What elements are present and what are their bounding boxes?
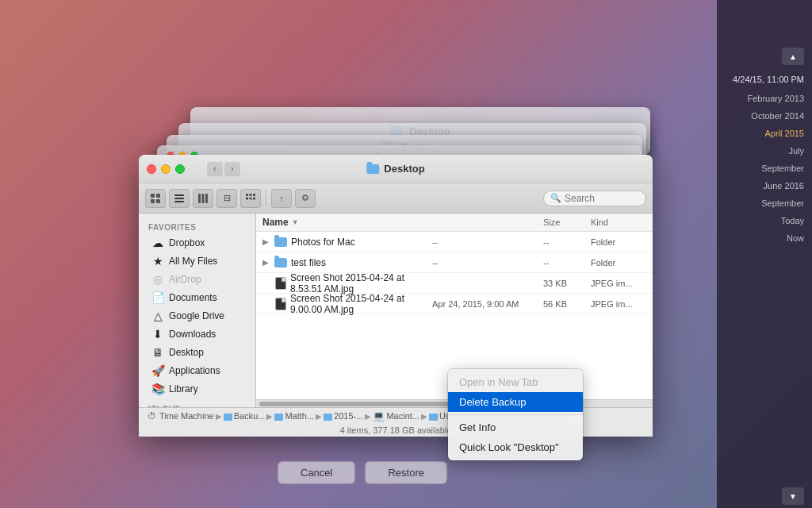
cover-flow-btn[interactable]: ⊟: [216, 189, 237, 208]
sidebar-item-google-drive-label: Google Drive: [169, 310, 224, 321]
search-input[interactable]: [565, 193, 639, 204]
breadcrumb-item-matth[interactable]: Matth...: [274, 411, 314, 421]
back-button[interactable]: ‹: [207, 162, 223, 176]
folder-icon-bc4: [429, 414, 438, 421]
cancel-button[interactable]: Cancel: [278, 461, 355, 484]
sidebar-item-library[interactable]: 📚 Library: [142, 380, 252, 398]
timeline-item[interactable]: Today: [747, 214, 804, 227]
grid-view-btn[interactable]: [240, 189, 261, 208]
sidebar-item-applications-label: Applications: [169, 365, 220, 376]
maximize-button[interactable]: [175, 164, 185, 174]
sidebar-item-dropbox-label: Dropbox: [169, 237, 205, 248]
test-size: --: [543, 258, 591, 267]
timeline-down-btn[interactable]: ▼: [782, 487, 804, 505]
svg-rect-15: [253, 197, 255, 199]
breadcrumb-item-macint[interactable]: 💻 Macint...: [373, 410, 419, 421]
table-row[interactable]: ▶ Photos for Mac -- -- Folder: [256, 232, 653, 252]
table-row[interactable]: Screen Shot 2015-04-24 at 9.00.00 AM.jpg…: [256, 294, 653, 314]
col-kind-header: Kind: [591, 217, 646, 227]
sidebar-item-desktop[interactable]: 🖥 Desktop: [142, 344, 252, 361]
timeline-item[interactable]: June 2016: [747, 179, 804, 192]
svg-rect-11: [250, 194, 252, 196]
tm-icon: ⏱: [145, 410, 158, 422]
sidebar-item-google-drive[interactable]: △ Google Drive: [142, 307, 252, 325]
menu-item-open-new-tab-label: Open in New Tab: [459, 376, 538, 388]
sidebar-item-downloads[interactable]: ⬇ Downloads: [142, 325, 252, 343]
disclosure-icon-1: ▶: [262, 237, 269, 246]
table-row[interactable]: ▶ test files -- -- Folder: [256, 252, 653, 273]
icloud-label: iCloud: [139, 398, 255, 407]
icon-view-btn[interactable]: [145, 189, 166, 208]
ss1-kind: JPEG im...: [591, 279, 646, 288]
svg-rect-3: [156, 199, 160, 203]
col-name-header[interactable]: Name ▼: [262, 217, 432, 228]
sidebar-item-dropbox[interactable]: ☁ Dropbox: [142, 234, 252, 252]
menu-item-delete-backup[interactable]: Delete Backup: [448, 392, 583, 412]
minimize-button[interactable]: [161, 164, 170, 174]
photos-kind: Folder: [591, 237, 646, 247]
timeline-item[interactable]: October 2014: [747, 110, 804, 122]
menu-item-get-info[interactable]: Get Info: [448, 418, 583, 437]
close-button[interactable]: [147, 164, 156, 174]
svg-rect-1: [156, 194, 160, 198]
sidebar-item-desktop-label: Desktop: [169, 347, 204, 358]
search-box[interactable]: 🔍: [543, 190, 646, 206]
timeline-item[interactable]: July: [747, 144, 804, 157]
svg-rect-6: [174, 201, 184, 202]
list-view-btn[interactable]: [169, 189, 190, 208]
folder-icon-bc3: [324, 414, 332, 421]
toolbar-sep-1: [266, 190, 266, 206]
breadcrumb-arrow-3: ▶: [316, 412, 322, 421]
menu-item-open-new-tab[interactable]: Open in New Tab: [448, 372, 583, 392]
test-folder-icon: [274, 258, 287, 267]
sidebar-item-all-my-files-label: All My Files: [169, 256, 217, 267]
breadcrumb-arrow-4: ▶: [365, 412, 371, 421]
svg-rect-5: [174, 198, 184, 199]
timeline-up-btn[interactable]: ▲: [782, 48, 804, 65]
breadcrumb-item-2015[interactable]: 2015-...: [324, 411, 363, 421]
menu-item-quick-look[interactable]: Quick Look "Desktop": [448, 437, 583, 457]
folder-icon-bc2: [274, 414, 283, 421]
bottom-buttons: Cancel Restore: [278, 461, 447, 484]
sidebar-item-airdrop[interactable]: ◎ AirDrop: [142, 271, 252, 288]
breadcrumb-item-tm[interactable]: ⏱ Time Machine: [145, 410, 214, 422]
test-date: --: [432, 258, 543, 267]
photos-size: --: [543, 237, 591, 247]
sidebar-item-applications[interactable]: 🚀 Applications: [142, 362, 252, 379]
timeline-item[interactable]: September: [747, 197, 804, 210]
breadcrumb-arrow-5: ▶: [421, 412, 427, 421]
file-name-ss2: Screen Shot 2015-04-24 at 9.00.00 AM.jpg: [290, 293, 432, 315]
svg-rect-12: [253, 194, 255, 196]
breadcrumb-item-backu[interactable]: Backu...: [224, 411, 266, 421]
svg-rect-4: [174, 194, 184, 196]
finder-window: ‹ › Desktop ⊟ ↑ ⚙ 🔍 F: [139, 155, 653, 437]
column-view-btn[interactable]: [193, 189, 213, 208]
toolbar: ⊟ ↑ ⚙ 🔍: [139, 183, 653, 214]
sidebar-item-documents[interactable]: 📄 Documents: [142, 289, 252, 306]
menu-item-quick-look-label: Quick Look "Desktop": [459, 441, 559, 453]
menu-item-delete-backup-label: Delete Backup: [459, 396, 527, 408]
timeline-item[interactable]: Now: [747, 232, 804, 244]
timeline-item[interactable]: February 2013: [747, 92, 804, 105]
applications-icon: 🚀: [151, 364, 164, 377]
forward-button[interactable]: ›: [224, 162, 240, 176]
svg-rect-2: [151, 199, 155, 203]
timeline-item[interactable]: September: [747, 162, 804, 175]
svg-rect-0: [151, 194, 155, 198]
timeline-item[interactable]: April 2015: [747, 127, 804, 140]
share-btn[interactable]: ↑: [271, 189, 292, 208]
table-row[interactable]: Screen Shot 2015-04-24 at 8.53.51 AM.jpg…: [256, 273, 653, 294]
restore-button[interactable]: Restore: [365, 461, 447, 484]
file-name-ss1: Screen Shot 2015-04-24 at 8.53.51 AM.jpg: [290, 272, 432, 294]
jpeg-icon-2: [275, 298, 286, 310]
library-icon: 📚: [151, 383, 164, 395]
desktop-icon: 🖥: [151, 346, 164, 359]
gear-btn[interactable]: ⚙: [295, 189, 316, 208]
downloads-icon: ⬇: [151, 328, 164, 341]
breadcrumb-arrow-2: ▶: [266, 412, 273, 421]
window-titlebar: ‹ › Desktop: [139, 155, 653, 183]
svg-rect-13: [246, 197, 248, 199]
sidebar-item-documents-label: Documents: [169, 292, 217, 303]
dropbox-icon: ☁: [151, 237, 164, 249]
sidebar-item-all-my-files[interactable]: ★ All My Files: [142, 252, 252, 270]
